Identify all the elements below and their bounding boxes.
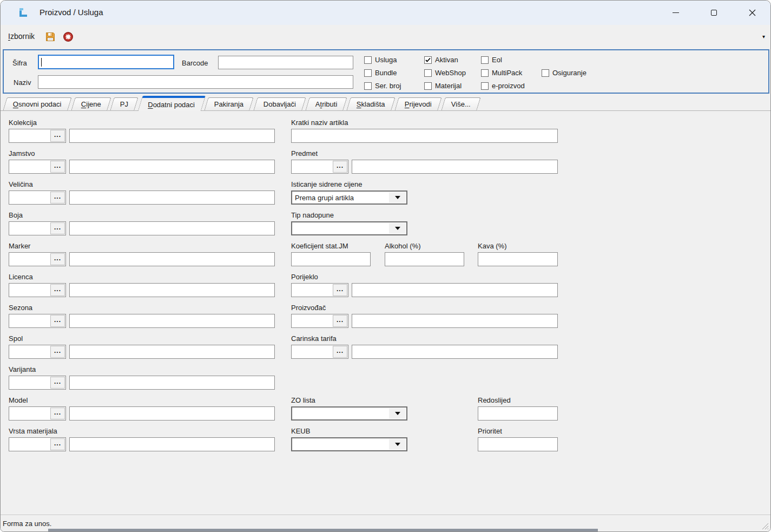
licenca-code-input[interactable] — [9, 284, 50, 297]
porijeklo-lookup-button[interactable]: ... — [333, 284, 347, 296]
marker-name-input[interactable] — [69, 252, 275, 266]
maximize-button[interactable] — [701, 1, 726, 25]
keub-combobox[interactable] — [291, 437, 407, 451]
resize-grip[interactable] — [762, 523, 769, 530]
model-code-input[interactable] — [9, 407, 50, 420]
zo-lista-combobox[interactable] — [291, 406, 407, 421]
alkohol-input[interactable] — [385, 252, 464, 266]
proizvodac-lookup-button[interactable]: ... — [333, 315, 347, 327]
close-button[interactable] — [740, 1, 765, 25]
marker-code-input[interactable] — [9, 253, 50, 266]
kolekcija-code-input[interactable] — [9, 129, 50, 142]
vrsta-materijala-name-input[interactable] — [69, 437, 275, 451]
sezona-lookup-button[interactable]: ... — [50, 315, 65, 327]
tab-pakiranja[interactable]: Pakiranja — [205, 97, 254, 110]
spol-name-input[interactable] — [69, 345, 275, 359]
tab-dobavljaci[interactable]: Dobavljači — [253, 97, 306, 110]
marker-lookup-button[interactable]: ... — [50, 253, 65, 265]
vrsta-materijala-code-input[interactable] — [9, 438, 50, 451]
checkbox-bundle[interactable]: Bundle — [364, 69, 397, 77]
kava-input[interactable] — [478, 252, 558, 266]
boja-lookup-button[interactable]: ... — [50, 222, 65, 234]
menu-izbornik[interactable]: Izbornik — [6, 31, 37, 41]
checkbox-materijal[interactable]: Materijal — [424, 82, 462, 90]
varijanta-lookup-button[interactable]: ... — [50, 377, 65, 389]
tab-cijene[interactable]: Cijene — [71, 97, 111, 110]
checkbox-eol[interactable]: Eol — [481, 56, 502, 64]
licenca-name-input[interactable] — [69, 283, 275, 297]
tab-pj[interactable]: PJ — [110, 97, 139, 110]
checkbox-box[interactable] — [364, 69, 372, 77]
checkbox-box[interactable] — [364, 82, 372, 90]
sezona-code-input[interactable] — [9, 314, 50, 327]
velicina-lookup-button[interactable]: ... — [50, 192, 65, 203]
boja-name-input[interactable] — [69, 221, 275, 235]
tab-osnovni-podaci[interactable]: Osnovni podaci — [3, 97, 71, 110]
tab-vise[interactable]: Više... — [441, 97, 480, 110]
dropdown-arrow-icon[interactable] — [389, 439, 406, 450]
carinska-lookup-button[interactable]: ... — [333, 346, 347, 358]
jamstvo-lookup-button[interactable]: ... — [50, 161, 65, 173]
title-bar[interactable]: Proizvod / Usluga — [1, 1, 770, 25]
dropdown-arrow-icon[interactable] — [389, 223, 406, 234]
varijanta-name-input[interactable] — [69, 376, 275, 390]
sifra-input[interactable] — [38, 55, 174, 69]
predmet-name-input[interactable] — [352, 160, 558, 174]
kolekcija-lookup-button[interactable]: ... — [50, 130, 65, 142]
prioritet-input[interactable] — [478, 437, 558, 451]
boja-code-input[interactable] — [9, 222, 50, 235]
sezona-name-input[interactable] — [69, 314, 275, 328]
porijeklo-name-input[interactable] — [352, 283, 558, 297]
checkbox-box[interactable] — [481, 82, 489, 90]
spol-code-input[interactable] — [9, 345, 50, 358]
spol-lookup-button[interactable]: ... — [50, 346, 65, 358]
kolekcija-name-input[interactable] — [69, 129, 275, 143]
cancel-button[interactable] — [61, 30, 75, 44]
dropdown-arrow-icon[interactable] — [389, 192, 406, 203]
toolbar-overflow-icon[interactable]: ▾ — [762, 34, 765, 40]
tab-dodatni-podaci[interactable]: Dodatni podaci — [137, 96, 205, 111]
porijeklo-code-input[interactable] — [292, 284, 333, 297]
carinska-name-input[interactable] — [352, 345, 558, 359]
tip-nadopune-combobox[interactable] — [291, 221, 407, 235]
varijanta-code-input[interactable] — [9, 376, 50, 389]
checkbox-box[interactable] — [364, 56, 372, 64]
checkbox-aktivan[interactable]: Aktivan — [424, 56, 458, 64]
redoslijed-input[interactable] — [478, 406, 558, 421]
velicina-code-input[interactable] — [9, 191, 50, 204]
naziv-input[interactable] — [38, 75, 353, 89]
checkbox-webshop[interactable]: WebShop — [424, 69, 466, 77]
jamstvo-code-input[interactable] — [9, 160, 50, 173]
checkbox-box[interactable] — [424, 56, 432, 64]
isticanje-combobox[interactable]: Prema grupi artikla — [291, 191, 407, 205]
tab-skladista[interactable]: Skladišta — [346, 97, 395, 110]
checkbox-usluga[interactable]: Usluga — [364, 56, 397, 64]
checkbox-box[interactable] — [542, 69, 549, 77]
proizvodac-code-input[interactable] — [292, 314, 333, 327]
checkbox-box[interactable] — [424, 69, 432, 77]
carinska-code-input[interactable] — [292, 345, 333, 358]
koeficijent-input[interactable] — [291, 252, 371, 266]
predmet-code-input[interactable] — [292, 160, 333, 173]
tab-prijevodi[interactable]: Prijevodi — [394, 97, 441, 110]
checkbox-ser-broj[interactable]: Ser. broj — [364, 82, 401, 90]
checkbox-box[interactable] — [424, 82, 432, 90]
vrsta-materijala-lookup-button[interactable]: ... — [50, 438, 65, 450]
licenca-lookup-button[interactable]: ... — [50, 284, 65, 296]
jamstvo-name-input[interactable] — [69, 160, 275, 174]
predmet-lookup-button[interactable]: ... — [333, 161, 347, 173]
save-button[interactable] — [43, 30, 57, 44]
checkbox-e-proizvod[interactable]: e-proizvod — [481, 82, 525, 90]
tab-atributi[interactable]: Atributi — [305, 97, 347, 110]
checkbox-multipack[interactable]: MultiPack — [481, 69, 522, 77]
minimize-button[interactable] — [663, 1, 688, 25]
checkbox-box[interactable] — [481, 56, 489, 64]
dropdown-arrow-icon[interactable] — [389, 408, 406, 419]
barcode-input[interactable] — [218, 56, 353, 69]
model-name-input[interactable] — [69, 406, 275, 421]
kratki-naziv-input[interactable] — [291, 129, 558, 143]
velicina-name-input[interactable] — [69, 191, 275, 205]
checkbox-osiguranje[interactable]: Osiguranje — [542, 69, 587, 77]
proizvodac-name-input[interactable] — [352, 314, 558, 328]
checkbox-box[interactable] — [481, 69, 489, 77]
